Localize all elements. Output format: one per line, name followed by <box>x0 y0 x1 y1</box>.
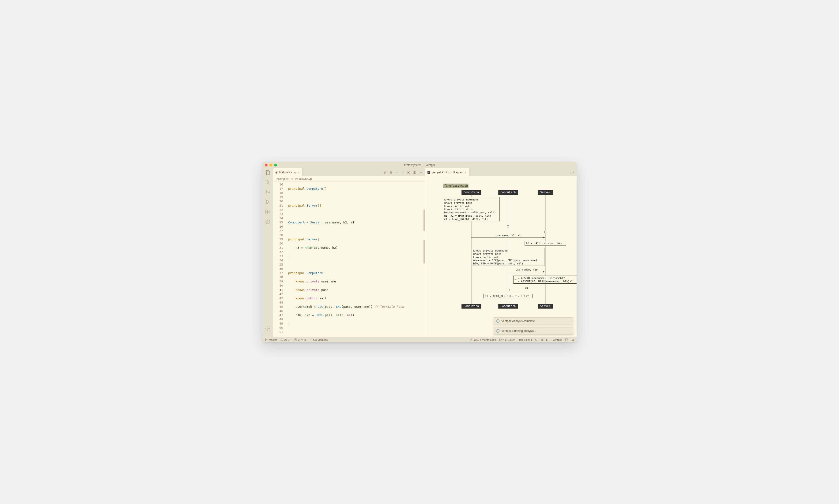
code-area[interactable]: principal ComputerB[] principal Server[]… <box>286 181 425 337</box>
search-icon[interactable] <box>265 180 271 185</box>
split-editor-icon[interactable] <box>413 171 416 174</box>
status-tab-size[interactable]: Tab Size: 4 <box>519 338 532 341</box>
status-sync[interactable]: 2↓ 0↑ <box>280 338 291 341</box>
svg-text:knows private pass: knows private pass <box>444 201 472 204</box>
tab-label: firefoxsync.vp <box>279 171 296 174</box>
svg-text:h3 = HASH(username, h2): h3 = HASH(username, h2) <box>526 242 562 245</box>
svg-text:Computera: Computera <box>464 304 479 308</box>
svg-rect-6 <box>266 210 268 212</box>
toast-message: Verifpal: Running analysis... <box>501 329 536 332</box>
more-actions-icon[interactable]: ··· <box>570 171 574 174</box>
svg-text:Computera: Computera <box>464 191 479 194</box>
tab-diagram[interactable]: V Verifpal Protocol Diagram × <box>425 168 469 176</box>
svg-text:e1: e1 <box>525 286 528 289</box>
remote-icon[interactable] <box>265 219 271 224</box>
svg-text:Server: Server <box>540 191 550 194</box>
nav-forward-icon[interactable] <box>401 171 405 174</box>
window-title: firefoxsync.vp — verifpal <box>262 163 577 167</box>
editor-group-left: firefoxsync.vp × ··· examp <box>273 168 425 337</box>
verifpal-file-icon <box>275 171 278 174</box>
status-eol[interactable]: LF <box>546 338 549 341</box>
status-branch[interactable]: master <box>265 338 277 341</box>
notification-toast[interactable]: i Verifpal: Running analysis... <box>494 327 573 335</box>
svg-rect-7 <box>268 210 270 212</box>
status-notifications[interactable] <box>571 338 574 341</box>
svg-point-5 <box>269 192 270 193</box>
vscode-window: firefoxsync.vp — verifpal firefoxsync.vp <box>262 162 577 342</box>
toast-message: Verifpal: Analysis complete. <box>501 320 535 323</box>
status-feedback[interactable] <box>565 338 568 341</box>
error-icon <box>294 338 297 341</box>
status-cursor-position[interactable]: Ln 41, Col 24 <box>499 338 515 341</box>
sync-icon <box>280 338 283 341</box>
info-icon: i <box>496 329 499 332</box>
svg-text:d1 = AEAD_DEC(h1b, e1, nil)?: d1 = AEAD_DEC(h1b, e1, nil)? <box>485 295 529 298</box>
run-debug-icon[interactable] <box>265 199 271 205</box>
settings-gear-icon[interactable] <box>265 326 271 331</box>
tab-firefoxsync[interactable]: firefoxsync.vp × <box>273 168 303 176</box>
svg-point-4 <box>266 193 267 194</box>
breadcrumbs[interactable]: examples › firefoxsync.vp <box>273 176 425 181</box>
svg-text:knows private data: knows private data <box>444 208 472 211</box>
explorer-icon[interactable] <box>265 170 271 176</box>
editor-actions-right: ··· <box>568 168 577 176</box>
more-actions-icon[interactable]: ··· <box>418 171 422 174</box>
notification-toast[interactable]: i Verifpal: Analysis complete. <box>494 317 573 325</box>
tab-label: Verifpal Protocol Diagram <box>432 171 464 174</box>
breadcrumb-segment[interactable]: examples <box>276 177 288 181</box>
svg-text:knows private username: knows private username <box>444 198 479 201</box>
person-icon <box>470 338 473 341</box>
close-tab-icon[interactable]: × <box>465 170 467 174</box>
run-file-icon[interactable] <box>407 171 410 174</box>
breadcrumb-segment[interactable]: firefoxsync.vp <box>294 177 312 181</box>
chevron-right-icon: › <box>289 177 290 181</box>
close-tab-icon[interactable]: × <box>298 170 300 174</box>
minimap[interactable] <box>422 181 425 337</box>
svg-point-13 <box>386 171 387 172</box>
status-language[interactable]: Verifpal <box>553 338 562 341</box>
svg-rect-37 <box>544 231 546 233</box>
status-encoding[interactable]: UTF-8 <box>535 338 543 341</box>
tabbar-right: V Verifpal Protocol Diagram × ··· <box>425 168 577 176</box>
svg-point-64 <box>265 340 266 341</box>
traffic-lights <box>265 164 277 166</box>
status-bar: master 2↓ 0↑ 0 3 Go Modules You, 4 month… <box>262 337 577 342</box>
svg-text:e1 = AEAD_ENC(h1, data, nil): e1 = AEAD_ENC(h1, data, nil) <box>444 218 488 221</box>
svg-text:knows public salt: knows public salt <box>444 205 470 208</box>
tabbar-left: firefoxsync.vp × ··· <box>273 168 425 176</box>
svg-point-2 <box>266 181 269 183</box>
extensions-icon[interactable] <box>265 209 271 215</box>
compare-changes-icon[interactable] <box>383 171 387 174</box>
svg-point-3 <box>266 191 267 192</box>
svg-text:h1, h2 = HKDF(pass, salt, nil): h1, h2 = HKDF(pass, salt, nil) <box>444 214 491 217</box>
editor-actions-left: ··· <box>381 168 425 176</box>
main-area: firefoxsync.vp × ··· examp <box>262 168 577 337</box>
protocol-diagram[interactable]: firefoxsync.vp Computera Computerb Serve… <box>425 176 577 337</box>
editor-group-right: V Verifpal Protocol Diagram × ··· <box>425 168 577 337</box>
source-control-icon[interactable] <box>265 190 271 195</box>
svg-text:knows private pass: knows private pass <box>473 252 501 255</box>
svg-text:_ = ASSERT(h3, HASH(usernameb,: _ = ASSERT(h3, HASH(usernameb, h2b))? <box>515 280 572 283</box>
svg-text:Server: Server <box>540 304 550 308</box>
code-editor[interactable]: 1617181920212223242526272829303132333435… <box>273 181 425 337</box>
status-go-modules[interactable]: Go Modules <box>309 338 328 341</box>
nav-back-icon[interactable] <box>395 171 399 174</box>
titlebar: firefoxsync.vp — verifpal <box>262 162 577 168</box>
verifpal-file-icon <box>291 178 293 180</box>
svg-rect-9 <box>268 212 270 214</box>
status-blame[interactable]: You, 4 months ago <box>470 338 496 341</box>
svg-text:h1b, h2b = HKDF(pass, salt, ni: h1b, h2b = HKDF(pass, salt, nil) <box>473 262 523 265</box>
link-icon <box>309 338 312 341</box>
minimize-window-button[interactable] <box>270 164 272 166</box>
svg-rect-8 <box>266 212 268 214</box>
open-changes-icon[interactable] <box>389 171 393 174</box>
close-window-button[interactable] <box>265 164 268 166</box>
svg-text:hashedpassword = HASH(pass, sa: hashedpassword = HASH(pass, salt) <box>444 211 496 214</box>
svg-rect-36 <box>507 226 509 227</box>
svg-text:usernameb, h2b: usernameb, h2b <box>516 268 538 271</box>
svg-text:Computerb: Computerb <box>500 304 516 308</box>
fullscreen-window-button[interactable] <box>274 164 277 166</box>
svg-text:knows private username: knows private username <box>473 249 508 252</box>
activity-bar <box>262 168 273 337</box>
status-problems[interactable]: 0 3 <box>294 338 306 341</box>
